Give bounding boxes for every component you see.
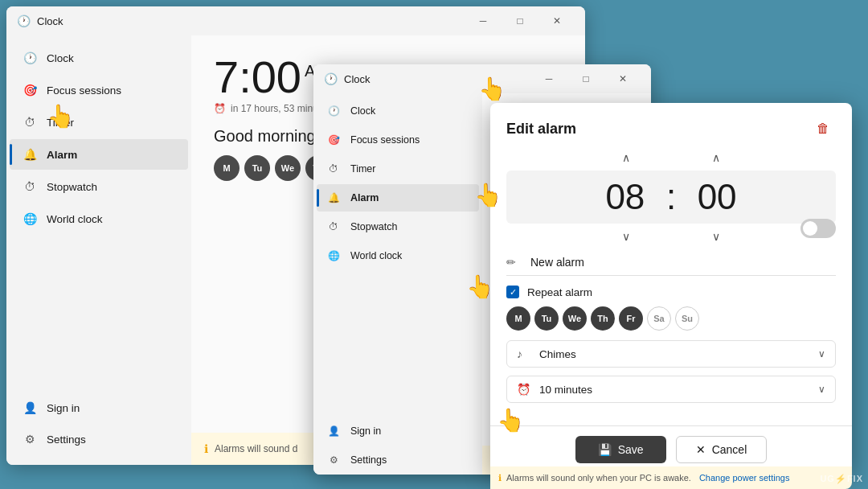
up-arrow-hours: ∧: [622, 151, 630, 164]
mid-signin-label: Sign in: [350, 425, 381, 437]
mid-clock-label: Clock: [350, 105, 375, 117]
sidebar-settings[interactable]: ⚙ Settings: [10, 424, 188, 454]
sidebar-item-alarm[interactable]: 🔔 Alarm: [10, 139, 188, 170]
time-display: 08 : 00: [506, 171, 836, 224]
dialog-header: Edit alarm 🗑: [490, 103, 852, 148]
timer-nav-icon: ⏱: [23, 115, 37, 129]
alarm-name-input[interactable]: [530, 256, 836, 269]
mid-sidebar-worldclock[interactable]: 🌐 World clock: [317, 242, 479, 269]
mid-alarm-label: Alarm: [350, 192, 379, 203]
maximize-btn-back[interactable]: □: [502, 6, 538, 35]
mid-timer-icon: ⏱: [326, 162, 341, 176]
close-btn-mid[interactable]: ✕: [604, 64, 641, 93]
repeat-checkbox[interactable]: ✓: [506, 286, 519, 298]
change-power-settings-link[interactable]: Change power settings: [699, 473, 790, 483]
mid-worldclock-label: World clock: [350, 250, 402, 261]
signin-icon: 👤: [23, 401, 37, 415]
info-icon-back: ℹ: [204, 442, 208, 455]
save-button[interactable]: 💾 Save: [575, 436, 666, 463]
mid-timer-label: Timer: [350, 163, 375, 175]
alarm-clock-icon: ⏰: [214, 103, 226, 114]
sidebar-timer-label: Timer: [47, 117, 74, 129]
sidebar-alarm-label: Alarm: [47, 149, 77, 161]
maximize-icon-mid: □: [583, 73, 588, 84]
cancel-icon: ✕: [696, 443, 706, 456]
sidebar-item-clock[interactable]: 🕐 Clock: [10, 43, 188, 73]
cancel-button[interactable]: ✕ Cancel: [676, 436, 768, 463]
dialog-day-Th[interactable]: Th: [591, 306, 615, 331]
sidebar-focus-label: Focus sessions: [47, 84, 121, 97]
sidebar-signin[interactable]: 👤 Sign in: [10, 392, 188, 423]
day-pill-M[interactable]: M: [214, 155, 240, 181]
save-icon: 💾: [598, 443, 612, 456]
delete-alarm-btn[interactable]: 🗑: [810, 116, 836, 142]
sidebar-worldclock-label: World clock: [47, 213, 103, 225]
dialog-day-Sa[interactable]: Sa: [647, 306, 671, 331]
alarm-nav-icon: 🔔: [23, 147, 37, 162]
delete-icon: 🗑: [817, 121, 829, 136]
titlebar-mid: 🕐 Clock ─ □ ✕: [313, 64, 651, 93]
close-btn-back[interactable]: ✕: [538, 6, 575, 35]
mid-clock-icon: 🕐: [326, 104, 341, 118]
mid-sidebar-clock[interactable]: 🕐 Clock: [317, 97, 479, 125]
minimize-btn-back[interactable]: ─: [465, 6, 502, 35]
mid-sidebar-signin[interactable]: 👤 Sign in: [317, 417, 479, 445]
maximize-btn-mid[interactable]: □: [567, 64, 604, 93]
dialog-day-Su[interactable]: Su: [675, 306, 699, 331]
time-down-arrows: ∨ ∨: [613, 227, 729, 246]
sidebar-signin-label: Sign in: [47, 402, 80, 414]
clock-nav-icon: 🕐: [23, 51, 37, 65]
mid-sidebar-settings[interactable]: ⚙ Settings: [317, 446, 479, 474]
mid-settings-label: Settings: [350, 454, 387, 466]
mid-sidebar-focus[interactable]: 🎯 Focus sessions: [317, 126, 479, 154]
clock-icon-title-mid: 🕐: [323, 72, 338, 86]
edit-alarm-dialog: Edit alarm 🗑 ∧ ∧ 08 : 00 ∨ ∨: [490, 103, 852, 473]
snooze-select-row[interactable]: ⏰ 10 minutes ∨: [506, 376, 836, 403]
hours-up-btn[interactable]: ∧: [613, 148, 639, 167]
minutes-display[interactable]: 00: [689, 177, 745, 217]
minutes-down-btn[interactable]: ∨: [703, 227, 729, 246]
dialog-info-bar: ℹ Alarms will sound only when your PC is…: [490, 466, 852, 489]
clock-icon-title: 🕐: [16, 14, 31, 28]
up-arrow-minutes: ∧: [712, 151, 720, 164]
minutes-up-btn[interactable]: ∧: [703, 148, 729, 167]
repeat-label: Repeat alarm: [527, 286, 592, 298]
dialog-body: ✏ ✓ Repeat alarm M Tu We Th Fr Sa Su ♪ C…: [490, 256, 852, 425]
day-pill-Tu[interactable]: Tu: [244, 155, 270, 181]
mid-sidebar-stopwatch[interactable]: ⏱ Stopwatch: [317, 213, 479, 240]
titlebar-controls-back: ─ □ ✕: [465, 6, 575, 35]
mid-sidebar-alarm[interactable]: 🔔 Alarm: [317, 184, 479, 212]
worldclock-nav-icon: 🌐: [23, 212, 37, 226]
sound-select-row[interactable]: ♪ Chimes ∨: [506, 340, 836, 368]
minimize-icon: ─: [480, 15, 487, 27]
hours-display[interactable]: 08: [597, 177, 653, 217]
stopwatch-nav-icon: ⏱: [23, 179, 37, 194]
dialog-day-M[interactable]: M: [506, 306, 530, 331]
sidebar-stopwatch-label: Stopwatch: [47, 181, 97, 193]
dialog-day-We[interactable]: We: [563, 306, 587, 331]
sidebar-item-timer[interactable]: ⏱ Timer: [10, 107, 188, 138]
snooze-value: 10 minutes: [539, 384, 810, 396]
hours-down-btn[interactable]: ∨: [613, 227, 639, 246]
dialog-info-text: Alarms will sound only when your PC is a…: [506, 473, 691, 483]
mid-signin-icon: 👤: [326, 424, 341, 438]
alarm-enable-toggle[interactable]: [800, 219, 836, 238]
day-pill-We[interactable]: We: [275, 155, 301, 181]
minimize-btn-mid[interactable]: ─: [530, 64, 567, 93]
dialog-day-Fr[interactable]: Fr: [619, 306, 643, 331]
sidebar-item-stopwatch[interactable]: ⏱ Stopwatch: [10, 171, 188, 202]
time-picker: ∧ ∧ 08 : 00 ∨ ∨: [490, 148, 852, 256]
snooze-chevron-icon: ∨: [818, 384, 825, 395]
settings-icon: ⚙: [23, 432, 37, 446]
sidebar-back: 🕐 Clock 🎯 Focus sessions ⏱ Timer 🔔 Alarm…: [6, 35, 191, 465]
sidebar-item-worldclock[interactable]: 🌐 World clock: [10, 203, 188, 234]
dialog-day-pills: M Tu We Th Fr Sa Su: [506, 306, 836, 331]
down-arrow-hours: ∨: [622, 230, 630, 243]
mid-sidebar-timer[interactable]: ⏱ Timer: [317, 155, 479, 183]
sidebar-item-focus[interactable]: 🎯 Focus sessions: [10, 75, 188, 105]
edit-field-icon: ✏: [506, 256, 522, 269]
colon-display: :: [666, 177, 676, 217]
dialog-day-Tu[interactable]: Tu: [534, 306, 559, 331]
close-icon: ✕: [553, 15, 561, 27]
watermark: UG⚡FIX: [820, 474, 863, 484]
